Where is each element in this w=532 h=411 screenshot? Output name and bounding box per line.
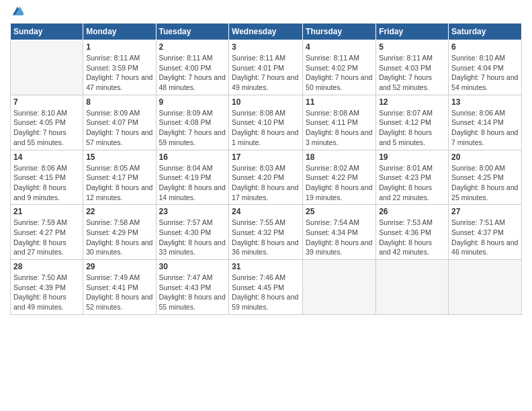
day-number: 16	[159, 152, 226, 162]
calendar-cell: 23Sunrise: 7:57 AMSunset: 4:30 PMDayligh…	[156, 205, 229, 260]
day-info: Sunrise: 8:11 AMSunset: 4:03 PMDaylight:…	[379, 53, 445, 93]
calendar-cell: 22Sunrise: 7:58 AMSunset: 4:29 PMDayligh…	[83, 205, 156, 260]
calendar-cell: 10Sunrise: 8:08 AMSunset: 4:10 PMDayligh…	[229, 95, 303, 150]
day-info: Sunrise: 8:07 AMSunset: 4:12 PMDaylight:…	[379, 108, 445, 148]
day-info: Sunrise: 8:04 AMSunset: 4:19 PMDaylight:…	[159, 163, 226, 203]
day-number: 10	[232, 97, 300, 107]
day-info: Sunrise: 8:11 AMSunset: 3:59 PMDaylight:…	[86, 53, 152, 93]
weekday-header-row: Sunday Monday Tuesday Wednesday Thursday…	[11, 24, 522, 40]
logo-text	[10, 7, 24, 17]
day-number: 11	[306, 97, 373, 107]
day-number: 9	[159, 97, 226, 107]
day-number: 26	[379, 207, 445, 216]
calendar-cell: 21Sunrise: 7:59 AMSunset: 4:27 PMDayligh…	[11, 205, 83, 260]
day-number: 12	[379, 97, 445, 107]
page: Sunday Monday Tuesday Wednesday Thursday…	[0, 0, 532, 411]
header-thursday: Thursday	[303, 24, 376, 40]
day-number: 24	[232, 207, 300, 216]
calendar-week-row: 28Sunrise: 7:50 AMSunset: 4:39 PMDayligh…	[11, 260, 522, 315]
day-info: Sunrise: 7:54 AMSunset: 4:34 PMDaylight:…	[306, 218, 373, 257]
day-number: 1	[86, 42, 152, 52]
calendar-cell: 27Sunrise: 7:51 AMSunset: 4:37 PMDayligh…	[449, 205, 522, 260]
day-info: Sunrise: 8:10 AMSunset: 4:05 PMDaylight:…	[13, 108, 80, 148]
day-number: 25	[306, 207, 373, 216]
calendar-cell: 18Sunrise: 8:02 AMSunset: 4:22 PMDayligh…	[303, 150, 376, 205]
day-number: 27	[451, 207, 519, 216]
calendar-cell: 29Sunrise: 7:49 AMSunset: 4:41 PMDayligh…	[83, 260, 156, 315]
day-number: 21	[13, 207, 80, 216]
day-number: 17	[232, 152, 300, 162]
calendar-cell: 19Sunrise: 8:01 AMSunset: 4:23 PMDayligh…	[376, 150, 449, 205]
day-info: Sunrise: 8:08 AMSunset: 4:10 PMDaylight:…	[232, 108, 300, 148]
calendar-week-row: 7Sunrise: 8:10 AMSunset: 4:05 PMDaylight…	[11, 95, 522, 150]
calendar-cell: 9Sunrise: 8:09 AMSunset: 4:08 PMDaylight…	[156, 95, 229, 150]
calendar-cell: 17Sunrise: 8:03 AMSunset: 4:20 PMDayligh…	[229, 150, 303, 205]
day-number: 4	[306, 42, 373, 52]
day-number: 28	[13, 262, 80, 271]
day-number: 18	[306, 152, 373, 162]
calendar-cell	[11, 40, 83, 95]
day-info: Sunrise: 8:03 AMSunset: 4:20 PMDaylight:…	[232, 163, 300, 203]
header-saturday: Saturday	[449, 24, 522, 40]
day-info: Sunrise: 8:06 AMSunset: 4:14 PMDaylight:…	[451, 108, 519, 148]
calendar-cell: 16Sunrise: 8:04 AMSunset: 4:19 PMDayligh…	[156, 150, 229, 205]
header	[10, 7, 522, 17]
header-wednesday: Wednesday	[229, 24, 303, 40]
calendar-cell: 25Sunrise: 7:54 AMSunset: 4:34 PMDayligh…	[303, 205, 376, 260]
day-number: 5	[379, 42, 445, 52]
calendar-week-row: 1Sunrise: 8:11 AMSunset: 3:59 PMDaylight…	[11, 40, 522, 95]
calendar-cell: 30Sunrise: 7:47 AMSunset: 4:43 PMDayligh…	[156, 260, 229, 315]
calendar-cell: 7Sunrise: 8:10 AMSunset: 4:05 PMDaylight…	[11, 95, 83, 150]
day-number: 23	[159, 207, 226, 216]
day-number: 20	[451, 152, 519, 162]
day-number: 19	[379, 152, 445, 162]
day-number: 29	[86, 262, 152, 271]
calendar-cell: 11Sunrise: 8:08 AMSunset: 4:11 PMDayligh…	[303, 95, 376, 150]
day-info: Sunrise: 8:02 AMSunset: 4:22 PMDaylight:…	[306, 163, 373, 203]
calendar-cell: 3Sunrise: 8:11 AMSunset: 4:01 PMDaylight…	[229, 40, 303, 95]
header-monday: Monday	[83, 24, 156, 40]
calendar-cell: 5Sunrise: 8:11 AMSunset: 4:03 PMDaylight…	[376, 40, 449, 95]
day-info: Sunrise: 8:11 AMSunset: 4:00 PMDaylight:…	[159, 53, 226, 93]
day-info: Sunrise: 8:11 AMSunset: 4:01 PMDaylight:…	[232, 53, 300, 93]
header-friday: Friday	[376, 24, 449, 40]
calendar-cell: 6Sunrise: 8:10 AMSunset: 4:04 PMDaylight…	[449, 40, 522, 95]
day-info: Sunrise: 8:11 AMSunset: 4:02 PMDaylight:…	[306, 53, 373, 93]
calendar-cell: 15Sunrise: 8:05 AMSunset: 4:17 PMDayligh…	[83, 150, 156, 205]
day-info: Sunrise: 7:58 AMSunset: 4:29 PMDaylight:…	[86, 218, 152, 257]
day-info: Sunrise: 7:53 AMSunset: 4:36 PMDaylight:…	[379, 218, 445, 257]
day-info: Sunrise: 7:57 AMSunset: 4:30 PMDaylight:…	[159, 218, 226, 257]
calendar-cell: 20Sunrise: 8:00 AMSunset: 4:25 PMDayligh…	[449, 150, 522, 205]
calendar-cell: 1Sunrise: 8:11 AMSunset: 3:59 PMDaylight…	[83, 40, 156, 95]
day-info: Sunrise: 8:00 AMSunset: 4:25 PMDaylight:…	[451, 163, 519, 203]
day-number: 8	[86, 97, 152, 107]
calendar-cell: 31Sunrise: 7:46 AMSunset: 4:45 PMDayligh…	[229, 260, 303, 315]
day-number: 13	[451, 97, 519, 107]
day-info: Sunrise: 7:59 AMSunset: 4:27 PMDaylight:…	[13, 218, 80, 257]
calendar-cell: 8Sunrise: 8:09 AMSunset: 4:07 PMDaylight…	[83, 95, 156, 150]
day-number: 15	[86, 152, 152, 162]
day-number: 14	[13, 152, 80, 162]
day-number: 2	[159, 42, 226, 52]
day-info: Sunrise: 8:09 AMSunset: 4:07 PMDaylight:…	[86, 108, 152, 148]
day-info: Sunrise: 7:50 AMSunset: 4:39 PMDaylight:…	[13, 273, 80, 312]
calendar-table: Sunday Monday Tuesday Wednesday Thursday…	[10, 23, 522, 315]
day-info: Sunrise: 8:10 AMSunset: 4:04 PMDaylight:…	[451, 53, 519, 93]
day-info: Sunrise: 7:49 AMSunset: 4:41 PMDaylight:…	[86, 273, 152, 312]
day-info: Sunrise: 7:47 AMSunset: 4:43 PMDaylight:…	[159, 273, 226, 312]
header-sunday: Sunday	[11, 24, 83, 40]
calendar-cell: 4Sunrise: 8:11 AMSunset: 4:02 PMDaylight…	[303, 40, 376, 95]
calendar-cell	[303, 260, 376, 315]
day-number: 31	[232, 262, 300, 271]
calendar-week-row: 14Sunrise: 8:06 AMSunset: 4:15 PMDayligh…	[11, 150, 522, 205]
calendar-cell: 26Sunrise: 7:53 AMSunset: 4:36 PMDayligh…	[376, 205, 449, 260]
calendar-cell: 12Sunrise: 8:07 AMSunset: 4:12 PMDayligh…	[376, 95, 449, 150]
day-number: 30	[159, 262, 226, 271]
calendar-week-row: 21Sunrise: 7:59 AMSunset: 4:27 PMDayligh…	[11, 205, 522, 260]
day-info: Sunrise: 8:08 AMSunset: 4:11 PMDaylight:…	[306, 108, 373, 148]
header-tuesday: Tuesday	[156, 24, 229, 40]
day-info: Sunrise: 8:05 AMSunset: 4:17 PMDaylight:…	[86, 163, 152, 203]
day-number: 22	[86, 207, 152, 216]
day-number: 6	[451, 42, 519, 52]
calendar-cell: 2Sunrise: 8:11 AMSunset: 4:00 PMDaylight…	[156, 40, 229, 95]
